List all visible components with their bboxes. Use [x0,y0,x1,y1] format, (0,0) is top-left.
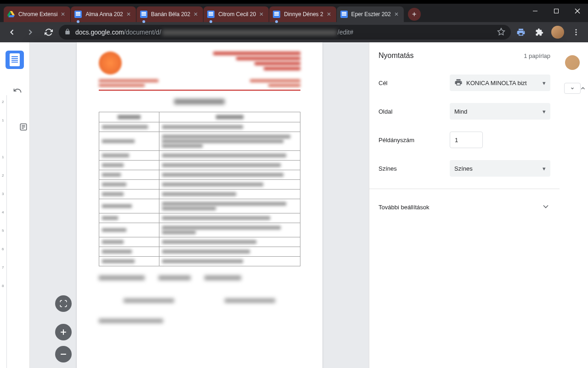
color-label: Színes [379,165,450,172]
collapse-sidebar-button[interactable] [579,83,587,94]
docs-sidebar: 2 1 1 2 3 4 5 6 7 8 [0,42,30,368]
browser-tab-3[interactable]: Citrom Cecil 20 ✕ [204,6,269,22]
editing-mode-button[interactable] [564,83,581,94]
outline-icon[interactable] [19,123,28,132]
browser-tab-1[interactable]: Alma Anna 202 ✕ [71,6,136,22]
back-button[interactable] [4,24,20,40]
zoom-out-button[interactable] [55,346,72,362]
more-settings-toggle[interactable]: További beállítások [379,198,550,216]
svg-point-10 [576,34,577,35]
url-text: docs.google.com/document/d//edit# [75,29,497,36]
svg-rect-1 [554,9,559,13]
tab-title: Eper Eszter 202 [351,11,391,17]
maximize-button[interactable] [546,4,567,18]
google-docs-logo[interactable] [6,51,24,69]
tab-title: Dinnye Dénes 2 [284,11,323,17]
reload-button[interactable] [40,24,57,40]
chevron-down-icon: ▾ [543,108,546,115]
color-dropdown[interactable]: Színes ▾ [450,160,550,177]
tab-title: Citrom Cecil 20 [218,11,256,17]
bookmark-star-icon[interactable] [497,28,505,37]
tab-close-icon[interactable]: ✕ [325,11,333,18]
print-dialog: Nyomtatás 1 papírlap Cél KONICA MINOLTA … [30,42,560,368]
svg-point-9 [576,32,577,33]
omnibox[interactable]: docs.google.com/document/d//edit# [59,25,511,40]
tab-close-icon[interactable]: ✕ [258,11,265,18]
copies-label: Példányszám [379,137,450,144]
zoom-in-button[interactable] [55,324,72,340]
undo-icon[interactable] [13,86,22,97]
svg-marker-7 [498,28,505,34]
drive-icon [7,11,15,18]
menu-icon[interactable] [568,24,584,40]
document-table [99,112,300,266]
pages-dropdown[interactable]: Mind ▾ [450,103,550,120]
browser-tab-0[interactable]: Chrome Extensi ✕ [4,6,70,22]
tab-close-icon[interactable]: ✕ [125,11,132,18]
destination-dropdown[interactable]: KONICA MINOLTA bizt ▾ [450,75,550,91]
minimize-button[interactable] [525,4,546,18]
browser-tab-2[interactable]: Banán Béla 202 ✕ [136,6,203,22]
tab-title: Chrome Extensi [18,11,57,17]
pages-label: Oldal [379,108,450,115]
docs-icon [340,11,348,18]
chevron-down-icon: ▾ [543,80,546,86]
printer-extension-icon[interactable] [513,24,529,40]
fit-to-page-button[interactable] [55,295,72,312]
document-logo [99,52,122,75]
chevron-down-icon: ▾ [543,165,546,172]
svg-point-8 [576,29,577,30]
extensions-icon[interactable] [531,24,548,40]
tab-close-icon[interactable]: ✕ [192,11,199,18]
browser-tab-5[interactable]: Eper Eszter 202 ✕ [337,6,404,22]
docs-icon [273,11,280,18]
docs-icon [207,11,215,18]
chevron-down-icon [541,202,550,213]
print-preview-pane [30,42,369,368]
destination-label: Cél [379,80,450,86]
window-controls [525,4,588,18]
new-tab-button[interactable]: + [408,8,421,21]
tab-title: Alma Anna 202 [85,11,123,17]
forward-button[interactable] [22,24,39,40]
tab-close-icon[interactable]: ✕ [393,11,400,18]
tab-close-icon[interactable]: ✕ [59,11,67,18]
browser-tab-4[interactable]: Dinnye Dénes 2 ✕ [269,6,336,22]
docs-icon [140,11,147,18]
profile-avatar[interactable] [549,24,566,40]
sheet-count: 1 papírlap [524,52,550,59]
vertical-ruler: 2 1 1 2 3 4 5 6 7 8 [0,95,7,368]
docs-profile-avatar[interactable] [565,55,580,70]
close-button[interactable] [567,4,588,18]
printer-icon [454,78,463,88]
print-dialog-title: Nyomtatás [379,52,413,60]
tab-title: Banán Béla 202 [151,11,190,17]
copies-input[interactable] [450,132,483,148]
print-settings-pane: Nyomtatás 1 papírlap Cél KONICA MINOLTA … [369,42,560,368]
preview-page [77,42,322,368]
tab-strip: Chrome Extensi ✕ Alma Anna 202 ✕ Banán B… [0,4,588,22]
address-bar: docs.google.com/document/d//edit# [0,22,588,42]
lock-icon [64,29,71,36]
docs-right-edge [560,42,588,368]
docs-icon [74,11,82,18]
